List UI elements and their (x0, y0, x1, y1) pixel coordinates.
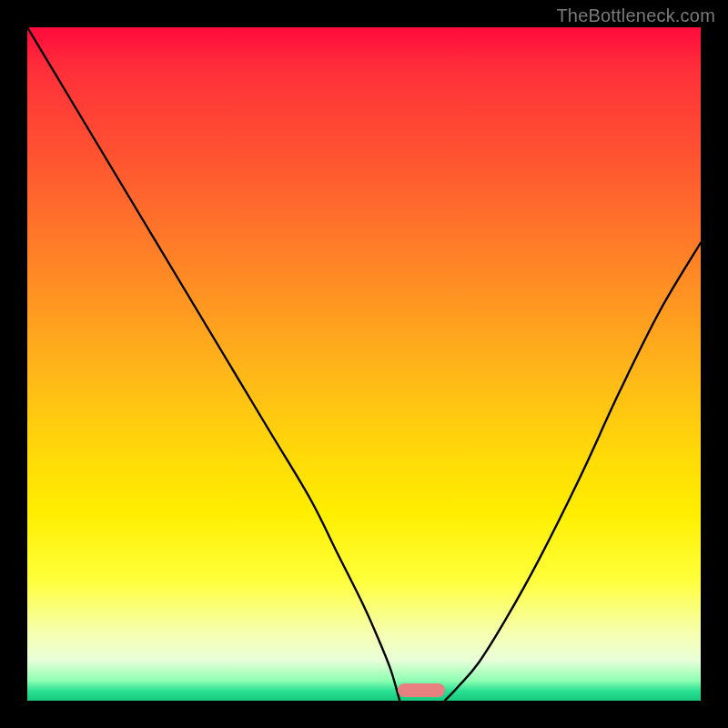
left-curve (27, 27, 399, 701)
chart-frame: TheBottleneck.com (0, 0, 728, 728)
plot-area (27, 27, 701, 701)
watermark-text: TheBottleneck.com (556, 5, 715, 26)
curves-svg (27, 27, 701, 701)
right-curve (445, 243, 701, 701)
bottleneck-marker (398, 683, 445, 697)
